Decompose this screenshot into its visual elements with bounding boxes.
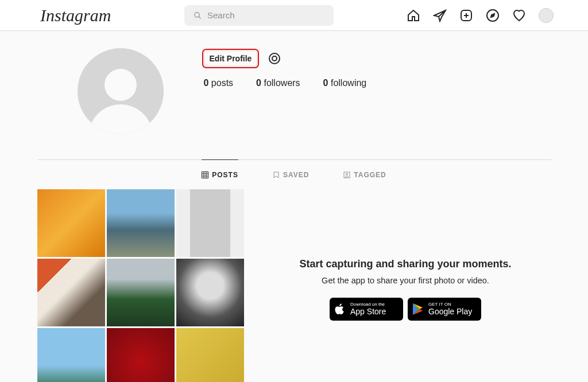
search-box[interactable] (184, 5, 334, 26)
sample-tile-oranges (37, 189, 105, 257)
svg-line-1 (199, 16, 201, 18)
new-post-icon[interactable] (459, 9, 473, 22)
search-icon (194, 11, 202, 20)
sample-tile-cactus-bldg (107, 259, 175, 326)
svg-rect-14 (344, 172, 350, 178)
sample-posts-grid (37, 189, 244, 382)
grid-icon (202, 171, 208, 178)
sample-tile-photo-strip (176, 189, 244, 257)
sample-tile-cat-camera (176, 328, 244, 382)
tab-saved-label: SAVED (283, 171, 309, 179)
content-row: Start capturing and sharing your moments… (37, 189, 551, 382)
sample-tile-ski-lift (37, 328, 105, 382)
search-input[interactable] (207, 10, 324, 20)
sample-tile-baby-bw (176, 259, 244, 326)
posts-stat: 0 posts (204, 78, 234, 88)
messages-icon[interactable] (433, 9, 447, 22)
settings-gear-icon[interactable] (268, 52, 281, 65)
main-content: Edit Profile 0 posts 0 followers 0 follo… (26, 31, 563, 382)
explore-icon[interactable] (486, 9, 500, 22)
sample-tile-coastal-cliffs (107, 189, 175, 257)
following-stat[interactable]: 0 following (323, 78, 367, 88)
profile-header: Edit Profile 0 posts 0 followers 0 follo… (37, 48, 551, 134)
edit-profile-button[interactable]: Edit Profile (204, 50, 258, 67)
profile-info: Edit Profile 0 posts 0 followers 0 follo… (204, 48, 551, 88)
google-play-badge[interactable]: GET IT ONGoogle Play (408, 298, 481, 321)
svg-point-7 (269, 53, 280, 64)
tab-posts-label: POSTS (212, 171, 238, 179)
svg-rect-9 (202, 171, 208, 178)
sample-tile-red-flowers (107, 328, 175, 382)
profile-picture-wrap (37, 48, 204, 134)
promo-sub: Get the app to share your first photo or… (260, 276, 551, 285)
apple-icon (334, 302, 346, 316)
svg-point-15 (346, 173, 348, 175)
tab-saved[interactable]: SAVED (273, 159, 309, 189)
profile-tabs: POSTS SAVED TAGGED (37, 159, 551, 189)
svg-point-8 (272, 56, 277, 61)
get-app-promo: Start capturing and sharing your moments… (260, 189, 551, 382)
brand-logo[interactable]: Instagram (40, 6, 111, 25)
svg-point-0 (194, 12, 199, 17)
profile-stats: 0 posts 0 followers 0 following (204, 78, 551, 88)
google-play-icon (412, 303, 424, 315)
home-icon[interactable] (407, 9, 420, 22)
promo-heading: Start capturing and sharing your moments… (260, 258, 551, 270)
tab-tagged-label: TAGGED (354, 171, 386, 179)
profile-avatar-icon[interactable] (539, 8, 554, 23)
tab-tagged[interactable]: TAGGED (343, 159, 386, 189)
app-store-badge[interactable]: Download on theApp Store (330, 298, 403, 321)
sample-tile-dog-blanket (37, 259, 105, 326)
followers-stat[interactable]: 0 followers (256, 78, 300, 88)
tab-posts[interactable]: POSTS (202, 159, 238, 189)
svg-marker-6 (491, 14, 494, 17)
tagged-icon (343, 171, 350, 178)
activity-icon[interactable] (512, 9, 526, 22)
profile-picture-placeholder[interactable] (78, 48, 164, 134)
top-nav: Instagram (0, 0, 588, 31)
nav-icons (407, 8, 554, 23)
bookmark-icon (273, 171, 280, 178)
